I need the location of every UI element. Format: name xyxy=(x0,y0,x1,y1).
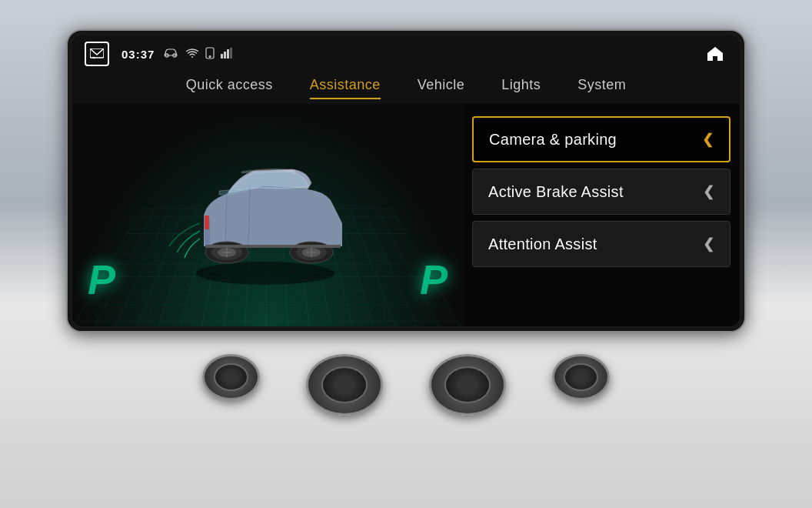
vent-center-right xyxy=(429,354,506,416)
vent-right xyxy=(552,354,610,400)
svg-rect-6 xyxy=(221,54,223,58)
svg-point-10 xyxy=(196,262,334,285)
menu-item-active-brake-assist[interactable]: Active Brake Assist ❮ xyxy=(472,169,730,215)
svg-rect-21 xyxy=(205,216,209,229)
wifi-icon xyxy=(185,48,199,61)
clock-display: 03:37 xyxy=(121,48,155,61)
home-icon[interactable] xyxy=(703,42,727,66)
status-icons xyxy=(162,47,235,62)
vent-center-left xyxy=(306,354,383,416)
car-visual: P P xyxy=(72,104,463,326)
tab-system[interactable]: System xyxy=(559,72,644,98)
parking-marker-right: P xyxy=(420,256,448,303)
svg-point-5 xyxy=(209,55,211,57)
top-bar: 03:37 xyxy=(72,35,740,72)
message-icon[interactable] xyxy=(85,42,109,66)
svg-rect-9 xyxy=(230,48,232,58)
menu-item-brake-assist-label: Active Brake Assist xyxy=(488,183,624,201)
menu-item-attention-assist[interactable]: Attention Assist ❮ xyxy=(472,221,730,267)
tab-vehicle[interactable]: Vehicle xyxy=(399,72,484,98)
menu-panel: Camera & parking ❮ Active Brake Assist ❮… xyxy=(463,104,740,326)
signal-icon xyxy=(221,48,235,61)
dashboard-bottom xyxy=(0,331,812,416)
phone-icon xyxy=(205,47,215,62)
tab-quick-access[interactable]: Quick access xyxy=(168,72,291,98)
menu-item-camera-parking-label: Camera & parking xyxy=(489,131,617,149)
parking-marker-left: P xyxy=(88,256,115,303)
main-screen: 03:37 xyxy=(72,35,740,326)
tab-assistance[interactable]: Assistance xyxy=(291,72,399,98)
svg-rect-7 xyxy=(224,52,226,58)
screen-bezel: 03:37 xyxy=(68,31,744,331)
status-bar: 03:37 xyxy=(121,47,703,62)
car-status-icon xyxy=(162,48,179,61)
camera-parking-chevron: ❮ xyxy=(702,131,714,148)
dashboard-surround: 03:37 xyxy=(0,0,812,508)
content-area: P P xyxy=(72,104,740,326)
attention-assist-chevron: ❮ xyxy=(703,236,714,252)
menu-item-attention-assist-label: Attention Assist xyxy=(488,236,597,253)
svg-rect-8 xyxy=(227,49,229,58)
nav-tabs: Quick access Assistance Vehicle Lights S… xyxy=(72,72,740,104)
tab-lights[interactable]: Lights xyxy=(483,72,559,98)
menu-item-camera-parking[interactable]: Camera & parking ❮ xyxy=(472,116,730,162)
car-image xyxy=(158,139,358,292)
brake-assist-chevron: ❮ xyxy=(703,183,714,200)
vent-left xyxy=(202,354,260,400)
